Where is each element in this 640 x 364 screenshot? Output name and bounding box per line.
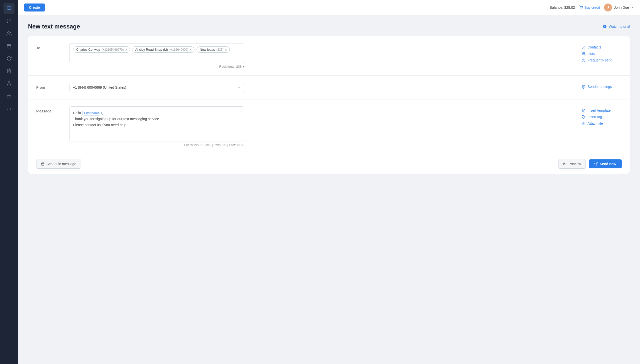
- from-section: From +1 (844) 600-0669 (United States) S…: [28, 76, 630, 100]
- insert-tag-action[interactable]: Insert tag: [582, 115, 622, 119]
- sidebar-icon-groups[interactable]: [4, 78, 15, 89]
- to-field-wrap: Charles Conway (+13105499270) × Ahsley R…: [69, 43, 574, 68]
- sender-settings-label: Sender settings: [587, 85, 612, 89]
- send-icon: [594, 162, 598, 166]
- play-icon: [603, 24, 607, 28]
- user-name: John Doe: [614, 6, 629, 10]
- to-section: To Charles Conway (+13105499270) × Ahsle…: [28, 36, 630, 76]
- recipients-count[interactable]: Recipients: 238 ▾: [69, 65, 244, 68]
- svg-point-23: [583, 86, 584, 87]
- frequently-sent-label: Frequently sent: [587, 58, 612, 62]
- recipient-name: New leads: [200, 48, 215, 52]
- sidebar-icon-chat[interactable]: [4, 16, 15, 26]
- sidebar-icon-analytics[interactable]: [4, 103, 15, 114]
- preview-button[interactable]: Preview: [558, 159, 586, 169]
- contacts-add-icon: [582, 46, 585, 49]
- page-content: New text message Watch tutorial To Charl…: [18, 15, 640, 364]
- svg-point-2: [8, 32, 9, 34]
- page-header: New text message Watch tutorial: [28, 23, 630, 30]
- buy-credit-button[interactable]: Buy credit: [579, 6, 600, 10]
- lists-action-label: Lists: [587, 52, 595, 56]
- insert-tag-label: Insert tag: [587, 115, 602, 119]
- recipient-remove-charles[interactable]: ×: [125, 48, 127, 52]
- chevron-down-icon: [631, 6, 634, 9]
- insert-template-action[interactable]: Insert template: [582, 108, 622, 112]
- send-now-button[interactable]: Send now: [589, 160, 622, 168]
- recipient-phone: (+13105499270): [102, 48, 124, 52]
- topbar: Create Balance: $28.02 Buy credit J John…: [18, 0, 640, 15]
- message-content: Hello First name, Thank you for signing …: [73, 110, 241, 128]
- avatar: J: [604, 4, 612, 12]
- frequently-sent-icon: [582, 58, 585, 62]
- attach-icon: [582, 122, 585, 126]
- contacts-action-label: Contacts: [587, 45, 601, 49]
- sidebar: [0, 0, 18, 364]
- recipient-tag-newleads: New leads (236) ×: [197, 46, 230, 53]
- insert-template-label: Insert template: [587, 108, 611, 112]
- sidebar-icon-account[interactable]: [4, 90, 15, 102]
- sidebar-icon-history[interactable]: [4, 53, 15, 64]
- tag-icon: [582, 115, 585, 119]
- lists-icon: [582, 52, 585, 56]
- sidebar-icon-compose[interactable]: [4, 3, 15, 14]
- svg-point-31: [564, 164, 565, 164]
- frequently-sent-action[interactable]: Frequently sent: [582, 58, 622, 62]
- svg-point-15: [582, 9, 582, 9]
- message-label: Message: [36, 106, 61, 113]
- recipient-phone: (+162640400): [170, 48, 188, 52]
- calendar-icon: [41, 162, 45, 166]
- send-now-label: Send now: [600, 162, 616, 166]
- balance-display: Balance: $28.02: [550, 6, 575, 10]
- svg-rect-10: [7, 96, 11, 98]
- template-icon: [582, 109, 585, 112]
- svg-point-21: [582, 52, 584, 54]
- preview-label: Preview: [568, 162, 581, 166]
- from-label: From: [36, 83, 61, 90]
- from-side-actions: Sender settings: [582, 83, 622, 89]
- to-side-actions: Contacts Lists Frequently sent: [582, 43, 622, 62]
- page-title: New text message: [28, 23, 80, 30]
- from-field-wrap: +1 (844) 600-0669 (United States): [69, 83, 574, 92]
- message-hello: Hello: [73, 111, 82, 115]
- from-select[interactable]: +1 (844) 600-0669 (United States): [69, 83, 244, 92]
- message-meta: Characters: 115/918 | Parts: 1/6 | Cost:…: [69, 144, 244, 147]
- main-content: Create Balance: $28.02 Buy credit J John…: [18, 0, 640, 364]
- user-menu[interactable]: J John Doe: [604, 4, 634, 12]
- eye-icon: [563, 162, 566, 166]
- watch-tutorial-label: Watch tutorial: [609, 24, 630, 28]
- recipients-box[interactable]: Charles Conway (+13105499270) × Ahsley R…: [69, 43, 244, 63]
- bottom-right-buttons: Preview Send now: [558, 159, 622, 169]
- sender-settings-action[interactable]: Sender settings: [582, 85, 622, 89]
- svg-rect-27: [42, 163, 44, 166]
- first-name-tag: First name: [82, 111, 102, 116]
- attach-file-action[interactable]: Attach file: [582, 122, 622, 126]
- cart-icon: [579, 6, 583, 10]
- attach-file-label: Attach file: [587, 122, 603, 126]
- sidebar-icon-contacts[interactable]: [4, 28, 15, 39]
- recipient-name: Charles Conway: [76, 48, 100, 52]
- create-button[interactable]: Create: [24, 4, 45, 12]
- recipients-count-chevron: ▾: [243, 65, 244, 68]
- contacts-action[interactable]: Contacts: [582, 45, 622, 49]
- svg-point-14: [580, 9, 580, 9]
- sender-settings-icon: [582, 85, 585, 89]
- message-box[interactable]: Hello First name, Thank you for signing …: [69, 106, 244, 142]
- sidebar-icon-tasks[interactable]: [4, 66, 15, 76]
- recipients-count-label: Recipients: 238: [219, 65, 242, 68]
- svg-point-9: [8, 82, 10, 84]
- form-bottom: Schedule message Preview Send now: [28, 154, 630, 174]
- watch-tutorial-button[interactable]: Watch tutorial: [603, 24, 630, 28]
- lists-action[interactable]: Lists: [582, 52, 622, 56]
- recipient-remove-ahsley[interactable]: ×: [190, 48, 192, 52]
- schedule-message-button[interactable]: Schedule message: [36, 159, 81, 169]
- svg-point-18: [583, 46, 584, 47]
- message-section: Message Hello First name, Thank you for …: [28, 100, 630, 154]
- recipient-tag-charles: Charles Conway (+13105499270) ×: [73, 46, 130, 53]
- recipient-remove-newleads[interactable]: ×: [225, 48, 227, 52]
- message-field-wrap: Hello First name, Thank you for signing …: [69, 106, 574, 147]
- recipient-name: Ahsley Road Shop (M): [135, 48, 168, 52]
- sidebar-icon-calendar[interactable]: [4, 40, 15, 52]
- svg-rect-3: [7, 44, 11, 48]
- form-card: To Charles Conway (+13105499270) × Ahsle…: [28, 36, 630, 174]
- recipient-count: (236): [217, 48, 224, 52]
